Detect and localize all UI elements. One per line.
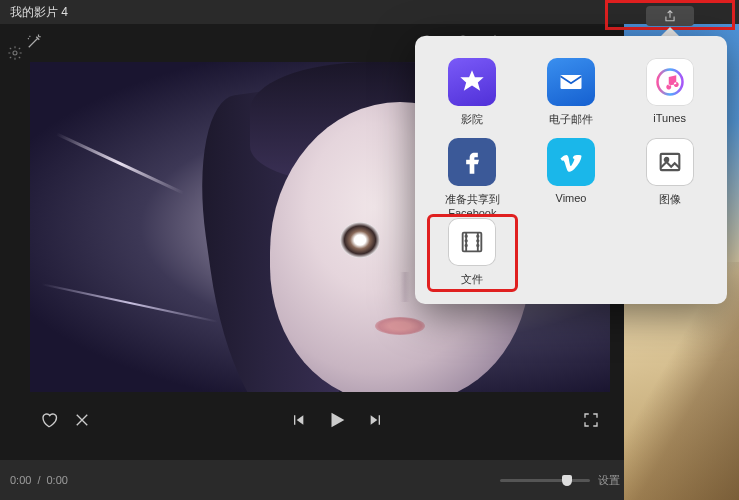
theater-icon <box>448 58 496 106</box>
share-label: 文件 <box>461 272 483 286</box>
fullscreen-icon[interactable] <box>582 411 600 429</box>
share-option-file[interactable]: 文件 <box>427 214 518 292</box>
itunes-icon <box>646 58 694 106</box>
share-option-email[interactable]: 电子邮件 <box>526 54 617 130</box>
next-icon[interactable] <box>368 412 384 428</box>
email-icon <box>547 58 595 106</box>
previous-icon[interactable] <box>290 412 306 428</box>
shuffle-icon[interactable] <box>73 411 91 429</box>
share-label: 电子邮件 <box>549 112 593 126</box>
share-icon <box>663 9 677 23</box>
settings-gear-icon[interactable] <box>6 44 24 62</box>
image-icon <box>646 138 694 186</box>
svg-rect-13 <box>560 75 581 89</box>
share-label: 图像 <box>659 192 681 206</box>
facebook-icon <box>448 138 496 186</box>
svg-point-19 <box>466 240 467 241</box>
svg-point-23 <box>477 245 478 246</box>
share-button-highlight <box>605 0 735 30</box>
play-icon[interactable] <box>326 409 348 431</box>
share-option-facebook[interactable]: 准备共享到 Facebook <box>427 134 518 210</box>
share-option-itunes[interactable]: iTunes <box>624 54 715 130</box>
share-label: 准备共享到 Facebook <box>431 192 514 206</box>
playback-controls <box>30 400 610 440</box>
share-label: 影院 <box>461 112 483 126</box>
share-label: Vimeo <box>556 192 587 206</box>
share-option-image[interactable]: 图像 <box>624 134 715 210</box>
vimeo-icon <box>547 138 595 186</box>
file-icon <box>448 218 496 266</box>
share-button[interactable] <box>646 6 694 26</box>
duration: 0:00 <box>46 474 67 486</box>
settings-label[interactable]: 设置 <box>598 473 620 488</box>
svg-rect-15 <box>660 154 679 170</box>
time-separator: / <box>37 474 40 486</box>
current-time: 0:00 <box>10 474 31 486</box>
project-title: 我的影片 4 <box>10 4 68 21</box>
share-option-theater[interactable]: 影院 <box>427 54 518 130</box>
svg-point-22 <box>477 240 478 241</box>
share-popover: 影院 电子邮件 iTunes 准备共享到 Facebook Vimeo <box>415 36 727 304</box>
magic-wand-icon[interactable] <box>25 33 43 51</box>
share-option-vimeo[interactable]: Vimeo <box>526 134 617 210</box>
zoom-slider[interactable] <box>500 479 590 482</box>
share-label: iTunes <box>653 112 686 126</box>
svg-point-21 <box>477 235 478 236</box>
timeline-bar: 0:00 / 0:00 设置 <box>0 460 630 500</box>
svg-point-18 <box>466 235 467 236</box>
svg-point-12 <box>13 51 17 55</box>
svg-point-20 <box>466 245 467 246</box>
favorite-icon[interactable] <box>40 411 58 429</box>
